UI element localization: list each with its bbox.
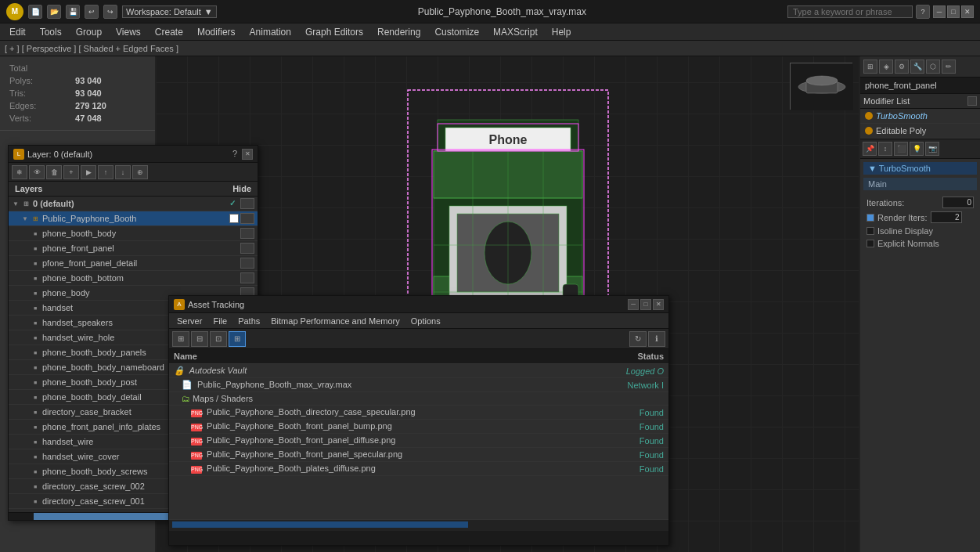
layers-move-down-btn[interactable]: ↓	[115, 165, 131, 179]
asset-row[interactable]: 📄 Public_Payphone_Booth_max_vray.max Net…	[169, 378, 668, 392]
asset-row[interactable]: 🔒 Autodesk Vault Logged O	[169, 364, 668, 378]
menu-create[interactable]: Create	[149, 25, 189, 39]
asset-row[interactable]: PNG Public_Payphone_Booth_directory_case…	[169, 406, 668, 420]
help-icon[interactable]: ?	[916, 5, 930, 19]
expand-icon[interactable]: ▼	[12, 200, 20, 207]
ts-explicit-normals-checkbox[interactable]	[867, 240, 874, 247]
layer-vis-button[interactable]	[240, 258, 254, 269]
asset-menu-options[interactable]: Options	[406, 316, 445, 327]
menu-rendering[interactable]: Rendering	[371, 25, 427, 39]
layer-vis-button[interactable]	[240, 243, 254, 254]
asset-row[interactable]: PNG Public_Payphone_Booth_front_panel_di…	[169, 434, 668, 448]
asset-row[interactable]: PNG Public_Payphone_Booth_front_panel_bu…	[169, 420, 668, 434]
undo-button[interactable]: ↩	[85, 5, 99, 19]
minimize-button[interactable]: ─	[933, 5, 946, 18]
layers-delete-btn[interactable]: 🗑	[46, 165, 62, 179]
new-button[interactable]: 📄	[28, 5, 42, 19]
ts-render-iters-input[interactable]	[931, 211, 962, 223]
menu-group[interactable]: Group	[70, 25, 108, 39]
layer-item[interactable]: ■ phone_front_panel	[9, 241, 258, 256]
asset-row[interactable]: PNG Public_Payphone_Booth_plates_diffuse…	[169, 462, 668, 476]
modifier-list-dropdown[interactable]	[967, 96, 977, 106]
mod-icon-pin[interactable]: 📌	[863, 142, 877, 156]
layer-checkbox[interactable]	[229, 214, 239, 223]
layers-expand-btn[interactable]: ⊕	[132, 165, 148, 179]
ts-iterations-input[interactable]	[942, 197, 974, 208]
asset-col-status: Status	[589, 349, 668, 364]
layer-item[interactable]: ■ phone_booth_bottom	[9, 271, 258, 286]
menu-views[interactable]: Views	[110, 25, 147, 39]
layer-item[interactable]: ▼ ⊞ 0 (default) ✓	[9, 197, 258, 211]
menu-animation[interactable]: Animation	[243, 25, 297, 39]
layers-move-up-btn[interactable]: ↑	[98, 165, 113, 179]
asset-btn-3[interactable]: ⊡	[210, 331, 227, 347]
asset-close-button[interactable]: ✕	[653, 299, 664, 310]
layer-item[interactable]: ■ phone_booth_body	[9, 226, 258, 241]
asset-titlebar[interactable]: A Asset Tracking ─ □ ✕	[169, 296, 668, 313]
save-button[interactable]: 💾	[66, 5, 80, 19]
mod-icon-cursor[interactable]: ↕	[878, 142, 892, 156]
asset-row[interactable]: PNG Public_Payphone_Booth_front_panel_sp…	[169, 448, 668, 462]
menu-maxscript[interactable]: MAXScript	[487, 25, 544, 39]
layer-item[interactable]: ▼ ⊞ Public_Payphone_Booth	[9, 211, 258, 226]
maximize-button[interactable]: □	[947, 5, 960, 18]
menu-modifiers[interactable]: Modifiers	[191, 25, 242, 39]
layers-titlebar[interactable]: L Layer: 0 (default) ? ✕	[9, 146, 258, 163]
app-logo: M	[6, 3, 23, 20]
asset-table-wrapper[interactable]: Name Status 🔒 Autodesk Vault Logged O 📄 …	[169, 349, 668, 519]
asset-menu-bitmap[interactable]: Bitmap Performance and Memory	[266, 316, 404, 327]
asset-maximize-button[interactable]: □	[640, 299, 651, 310]
modifier-icon	[865, 112, 873, 120]
asset-btn-2[interactable]: ⊟	[191, 331, 208, 347]
layers-add-btn[interactable]: +	[63, 165, 79, 179]
asset-btn-4[interactable]: ⊞	[229, 331, 246, 347]
menu-edit[interactable]: Edit	[3, 25, 32, 39]
close-button[interactable]: ✕	[961, 5, 974, 18]
layer-vis-button[interactable]	[240, 272, 254, 283]
right-icon-2[interactable]: ◈	[879, 60, 893, 74]
asset-menu-file[interactable]: File	[208, 316, 232, 327]
layers-vis-btn[interactable]: 👁	[29, 165, 45, 179]
asset-panel-title: Asset Tracking	[188, 300, 244, 309]
right-icon-1[interactable]: ⊞	[863, 60, 877, 74]
modifier-turbosmooth[interactable]: TurboSmooth	[860, 109, 980, 124]
redo-button[interactable]: ↪	[103, 5, 117, 19]
layers-help-btn[interactable]: ?	[232, 149, 237, 160]
asset-minimize-button[interactable]: ─	[628, 299, 639, 310]
right-icon-5[interactable]: ⬡	[926, 60, 940, 74]
layers-freeze-btn[interactable]: ❄	[12, 165, 27, 179]
mod-icon-light[interactable]: 💡	[910, 142, 924, 156]
asset-info-btn[interactable]: ℹ	[648, 331, 665, 347]
right-icon-4[interactable]: 🔧	[910, 60, 924, 74]
right-icon-3[interactable]: ⚙	[895, 60, 909, 74]
modifier-editable-poly[interactable]: Editable Poly	[860, 124, 980, 139]
asset-menu-server[interactable]: Server	[172, 316, 207, 327]
ts-isoline-checkbox[interactable]	[867, 227, 874, 235]
asset-menu-paths[interactable]: Paths	[233, 316, 265, 327]
layers-close-button[interactable]: ✕	[242, 149, 253, 160]
layer-vis-button[interactable]	[240, 213, 254, 224]
layer-name: pfone_front_panel_detail	[42, 258, 239, 268]
asset-row[interactable]: 🗂 Maps / Shaders	[169, 392, 668, 406]
open-button[interactable]: 📂	[47, 5, 61, 19]
png-icon: PNG	[191, 424, 202, 431]
menu-graph-editors[interactable]: Graph Editors	[299, 25, 369, 39]
layer-vis-button[interactable]	[240, 198, 254, 209]
right-icon-6[interactable]: ✏	[942, 60, 956, 74]
menu-tools[interactable]: Tools	[34, 25, 68, 39]
asset-btn-1[interactable]: ⊞	[172, 331, 189, 347]
workspace-dropdown[interactable]: Workspace: Default ▼	[122, 5, 217, 18]
expand-icon[interactable]: ▼	[21, 215, 29, 222]
mod-icon-camera[interactable]: 📷	[925, 142, 939, 156]
search-input[interactable]	[787, 5, 913, 18]
layer-item[interactable]: ■ pfone_front_panel_detail	[9, 256, 258, 271]
object-icon: ■	[31, 229, 40, 238]
ts-render-iters-checkbox[interactable]	[867, 214, 874, 222]
tris-label: Tris:	[8, 88, 72, 99]
layers-select-btn[interactable]: ▶	[81, 165, 96, 179]
layer-vis-button[interactable]	[240, 228, 254, 239]
menu-help[interactable]: Help	[546, 25, 578, 39]
asset-refresh-btn[interactable]: ↻	[629, 331, 647, 347]
mod-icon-select[interactable]: ⬛	[894, 142, 908, 156]
menu-customize[interactable]: Customize	[428, 25, 485, 39]
